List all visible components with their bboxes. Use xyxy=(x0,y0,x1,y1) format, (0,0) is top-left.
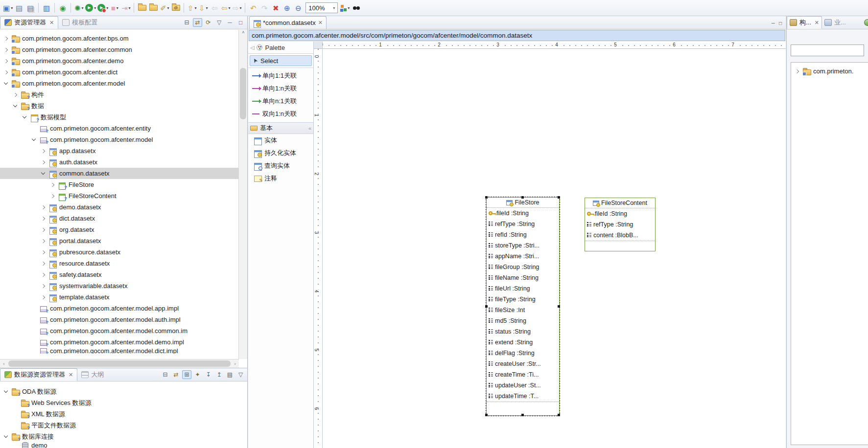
tree-item-com.primeton.gocom.afcenter.model[interactable]: ?com.primeton.gocom.afcenter.model xyxy=(0,134,239,145)
palette-tool-note[interactable]: 注释 xyxy=(248,172,313,185)
collapse-palette-icon[interactable]: ◁ xyxy=(250,45,254,51)
tree-item-com.primeton.gocom.afcenter.entity[interactable]: ?com.primeton.gocom.afcenter.entity xyxy=(0,123,239,134)
dropdown-arrow-icon[interactable]: ▾ xyxy=(81,6,83,10)
toolbar-redo-button[interactable]: ↷ xyxy=(259,2,270,14)
dropdown-arrow-icon[interactable]: ▾ xyxy=(106,6,108,10)
tab-component-library[interactable]: 构... ✕ xyxy=(787,16,822,29)
selection-handle[interactable] xyxy=(558,196,560,199)
entity-field-createUser[interactable]: createUser :Str... xyxy=(487,358,559,369)
toolbar-stop-button[interactable]: ■▾ xyxy=(109,2,120,14)
editor-tab-common-datasetx[interactable]: *common.datasetx ✕ xyxy=(249,16,327,29)
entity-field-fileUrl[interactable]: fileUrl :String xyxy=(487,283,559,294)
toolbar-nav-back-button[interactable]: ⇦▾ xyxy=(220,2,231,14)
tab-resource-explorer[interactable]: 资源管理器 ✕ xyxy=(0,16,58,29)
tree-item-oda-数据源[interactable]: ?ODA 数据源 xyxy=(0,386,247,397)
toolbar-brush-button[interactable]: ✐▾ xyxy=(159,2,170,14)
tree-item-数据[interactable]: ?数据 xyxy=(0,100,239,112)
selection-handle[interactable] xyxy=(521,196,524,199)
tree-item-common.datasetx[interactable]: common.datasetx xyxy=(0,168,239,179)
expander-icon[interactable] xyxy=(4,81,8,85)
dropdown-arrow-icon[interactable]: ▾ xyxy=(195,6,197,10)
palette-group-basic[interactable]: 基本 « xyxy=(248,122,313,134)
expander-icon[interactable] xyxy=(41,239,45,243)
export-config-icon[interactable]: ↥ xyxy=(214,370,224,379)
close-icon[interactable]: ✕ xyxy=(318,20,323,26)
minimize-icon[interactable]: ─ xyxy=(225,18,235,27)
palette-tool-select[interactable]: ➤ Select xyxy=(250,55,312,66)
pin-icon[interactable]: « xyxy=(308,125,311,131)
import-config-icon[interactable]: ↧ xyxy=(204,370,213,379)
selection-handle[interactable] xyxy=(521,414,524,416)
expander-icon[interactable] xyxy=(41,160,45,164)
expander-icon[interactable] xyxy=(23,114,26,118)
tree-item-数据模型[interactable]: ?数据模型 xyxy=(0,112,239,123)
tree-item-pubresource.datasetx[interactable]: pubresource.datasetx xyxy=(0,246,239,258)
vertical-scrollbar[interactable]: ˄ xyxy=(238,30,247,359)
entity-field-content[interactable]: content :BlobB... xyxy=(585,230,655,241)
dropdown-arrow-icon[interactable]: ▾ xyxy=(206,6,208,10)
expander-icon[interactable] xyxy=(41,261,45,265)
expander-icon[interactable] xyxy=(4,47,8,51)
toolbar-layout-button[interactable]: ▾ xyxy=(340,2,351,14)
entity-filestorecontent[interactable]: FileStoreContentfileId :StringrefType :S… xyxy=(585,198,656,251)
toolbar-zoom-combo-button[interactable]: 100%▾ xyxy=(305,2,338,13)
palette-tool-relation-1[interactable]: 单向1:1关联 xyxy=(248,69,313,82)
entity-field-updateUser[interactable]: updateUser :St... xyxy=(487,380,559,391)
tree-item-平面文件数据源[interactable]: ?平面文件数据源 xyxy=(0,420,247,431)
tab-business[interactable]: 业... xyxy=(822,16,848,29)
tree-item-web-services-数据源[interactable]: ?Web Services 数据源 xyxy=(0,397,247,408)
expander-icon[interactable] xyxy=(41,284,45,288)
close-icon[interactable]: ✕ xyxy=(49,20,54,26)
toolbar-profile-button[interactable]: ▶▾ xyxy=(97,2,109,14)
entity-field-fileSize[interactable]: fileSize :Int xyxy=(487,305,559,315)
selection-handle[interactable] xyxy=(485,414,488,416)
selection-handle[interactable] xyxy=(485,305,488,308)
toolbar-nav-back-pale-button[interactable]: ⇦ xyxy=(209,2,220,14)
tree-mode-icon[interactable]: ⊞ xyxy=(182,370,191,379)
toolbar-search-button[interactable] xyxy=(351,2,362,14)
toolbar-new-wizard-button[interactable]: ▣▾ xyxy=(2,2,13,14)
expander-icon[interactable] xyxy=(41,171,45,175)
dropdown-arrow-icon[interactable]: ▾ xyxy=(240,6,242,10)
close-icon[interactable]: ✕ xyxy=(69,372,73,378)
selection-handle[interactable] xyxy=(485,196,488,199)
toolbar-console-button[interactable]: ▥ xyxy=(41,2,52,14)
expander-icon[interactable] xyxy=(4,434,8,438)
tree-item-systemvariable.datasetx[interactable]: systemvariable.datasetx xyxy=(0,280,239,291)
tree-item-template.datasetx[interactable]: template.datasetx xyxy=(0,291,239,303)
dropdown-arrow-icon[interactable]: ▾ xyxy=(11,6,13,10)
expander-icon[interactable] xyxy=(4,59,8,63)
tree-item-com.primeton.gocom.afcenter.model.common.im[interactable]: ?com.primeton.gocom.afcenter.model.commo… xyxy=(0,325,239,336)
entity-title[interactable]: FileStoreContent xyxy=(585,198,655,208)
selection-handle[interactable] xyxy=(558,414,560,416)
entity-field-md5[interactable]: md5 :String xyxy=(487,315,559,326)
tab-outline[interactable]: 大纲 xyxy=(77,368,108,381)
tree-item-dict.datasetx[interactable]: dict.datasetx xyxy=(0,213,239,224)
tree-item-com.primeton.gocom.afcenter.model.app.impl[interactable]: ?com.primeton.gocom.afcenter.model.app.i… xyxy=(0,303,239,314)
view-menu-icon[interactable]: ▽ xyxy=(236,370,245,379)
tab-datasource-explorer[interactable]: 数据源资源管理器 ✕ xyxy=(0,368,77,381)
tree-item-filestore[interactable]: ?FileStore xyxy=(0,179,239,190)
search-input[interactable] xyxy=(791,45,864,56)
expander-icon[interactable] xyxy=(41,250,45,254)
tree-item-构件[interactable]: ?构件 xyxy=(0,89,239,100)
partial-tab-icon[interactable] xyxy=(864,19,868,26)
dropdown-arrow-icon[interactable]: ▾ xyxy=(117,6,118,10)
toolbar-save-button[interactable]: ▤ xyxy=(14,2,24,14)
expander-icon[interactable] xyxy=(13,103,17,107)
entity-field-updateTime[interactable]: updateTime :T... xyxy=(487,391,559,402)
collapse-all-icon[interactable]: ⊟ xyxy=(161,370,170,379)
toolbar-run-button[interactable]: ▶▾ xyxy=(85,2,96,14)
expander-icon[interactable] xyxy=(41,295,45,299)
toolbar-checkin-button[interactable]: ⇧▾ xyxy=(187,2,197,14)
toolbar-deploy-folder-button[interactable] xyxy=(137,2,147,14)
expander-icon[interactable] xyxy=(50,182,54,186)
palette-tool-relation-2[interactable]: 单向1:n关联 xyxy=(248,82,313,95)
breadcrumb[interactable]: com.primeton.gocom.afcenter.model/src/co… xyxy=(249,30,785,41)
toolbar-zoom-in-button[interactable]: ⊕ xyxy=(282,2,292,14)
expander-icon[interactable] xyxy=(41,216,45,220)
entity-field-appName[interactable]: appName :Stri... xyxy=(487,251,559,262)
tree-item-portal.datasetx[interactable]: portal.datasetx xyxy=(0,235,239,246)
dropdown-arrow-icon[interactable]: ▾ xyxy=(167,6,169,10)
maximize-icon[interactable]: □ xyxy=(779,21,782,26)
